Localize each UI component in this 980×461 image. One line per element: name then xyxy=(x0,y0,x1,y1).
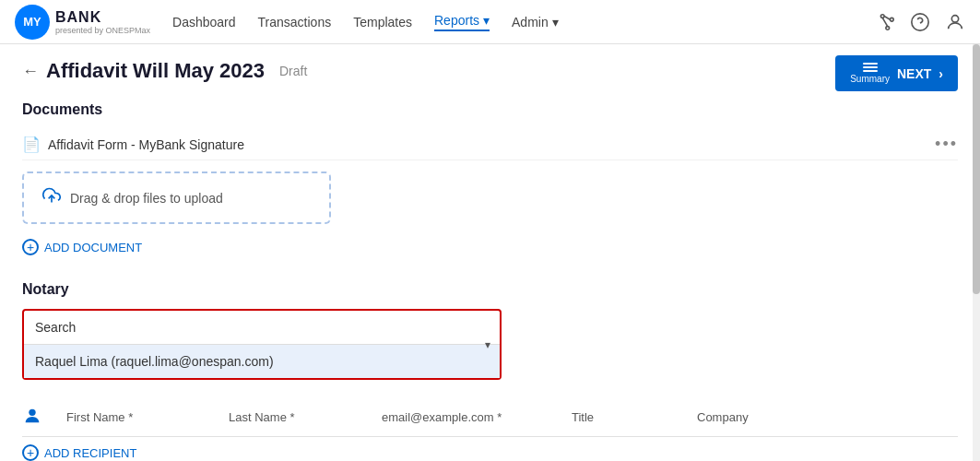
add-document-icon: + xyxy=(22,239,39,255)
title-row: ← Affidavit Will May 2023 Draft xyxy=(22,59,958,83)
logo-bank-text: BANK xyxy=(55,9,150,26)
summary-next-button[interactable]: Summary NEXT › xyxy=(835,55,958,91)
col-email: email@example.com * xyxy=(382,410,557,424)
page-title: Affidavit Will May 2023 xyxy=(46,59,265,83)
col-company: Company xyxy=(697,410,958,424)
add-recipient-label: ADD RECIPIENT xyxy=(44,446,136,460)
recipients-section: First Name * Last Name * email@example.c… xyxy=(22,398,958,461)
svg-point-0 xyxy=(880,14,884,18)
svg-point-7 xyxy=(951,15,958,21)
logo[interactable]: MY BANK presented by ONESPMax xyxy=(15,5,150,40)
next-label: NEXT xyxy=(897,66,931,81)
nav-reports[interactable]: Reports ▾ xyxy=(434,13,490,31)
logo-circle: MY xyxy=(15,5,50,40)
network-icon[interactable] xyxy=(875,12,895,32)
svg-point-1 xyxy=(886,26,890,30)
main-content: ← Affidavit Will May 2023 Draft Summary … xyxy=(0,44,980,461)
add-recipient-button[interactable]: + ADD RECIPIENT xyxy=(22,437,136,461)
recipients-header: First Name * Last Name * email@example.c… xyxy=(22,398,958,437)
help-icon[interactable] xyxy=(910,12,930,32)
add-document-button[interactable]: + ADD DOCUMENT xyxy=(22,235,142,259)
notary-dropdown-option[interactable]: Raquel Lima (raquel.lima@onespan.com) xyxy=(24,344,500,378)
add-recipient-icon: + xyxy=(22,444,39,461)
nav-transactions[interactable]: Transactions xyxy=(258,15,332,30)
scrollbar[interactable] xyxy=(973,44,980,461)
svg-point-9 xyxy=(29,409,35,416)
summary-label: Summary xyxy=(850,74,890,84)
reports-chevron-icon: ▾ xyxy=(483,13,490,28)
document-item: 📄 Affidavit Form - MyBank Signature ••• xyxy=(22,129,958,160)
nav-links: Dashboard Transactions Templates Reports… xyxy=(172,13,875,31)
summary-icon xyxy=(863,63,878,72)
file-icon: 📄 xyxy=(22,136,41,153)
add-document-label: ADD DOCUMENT xyxy=(44,241,142,254)
draft-badge: Draft xyxy=(279,64,307,78)
navbar: MY BANK presented by ONESPMax Dashboard … xyxy=(0,0,980,44)
dropzone[interactable]: Drag & drop files to upload xyxy=(22,171,331,224)
back-button[interactable]: ← xyxy=(22,62,39,81)
svg-point-2 xyxy=(891,18,894,21)
document-name: Affidavit Form - MyBank Signature xyxy=(48,137,927,152)
documents-title: Documents xyxy=(22,101,958,118)
svg-point-5 xyxy=(912,13,928,30)
document-menu-button[interactable]: ••• xyxy=(935,135,958,154)
documents-section: Documents 📄 Affidavit Form - MyBank Sign… xyxy=(22,101,958,259)
notary-section: Notary ▾ Raquel Lima (raquel.lima@onespa… xyxy=(22,281,958,380)
scrollbar-thumb[interactable] xyxy=(973,44,980,294)
nav-dashboard[interactable]: Dashboard xyxy=(172,15,236,30)
col-title: Title xyxy=(572,410,682,424)
svg-line-4 xyxy=(884,16,890,19)
col-first-name: First Name * xyxy=(66,410,214,424)
col-last-name: Last Name * xyxy=(229,410,367,424)
dropzone-text: Drag & drop files to upload xyxy=(70,191,223,206)
upload-icon xyxy=(42,186,61,209)
logo-sub-text: presented by ONESPMax xyxy=(55,26,150,35)
notary-title: Notary xyxy=(22,281,958,298)
svg-line-3 xyxy=(882,18,888,26)
next-chevron-icon: › xyxy=(939,66,943,81)
user-icon[interactable] xyxy=(945,12,965,32)
notary-search-container: ▾ Raquel Lima (raquel.lima@onespan.com) xyxy=(22,309,502,380)
nav-actions xyxy=(875,12,965,32)
recipient-icon-col xyxy=(22,406,52,429)
nav-templates[interactable]: Templates xyxy=(353,15,412,30)
nav-admin[interactable]: Admin ▾ xyxy=(512,15,559,30)
notary-search-input[interactable] xyxy=(24,311,500,344)
admin-chevron-icon: ▾ xyxy=(552,15,559,30)
